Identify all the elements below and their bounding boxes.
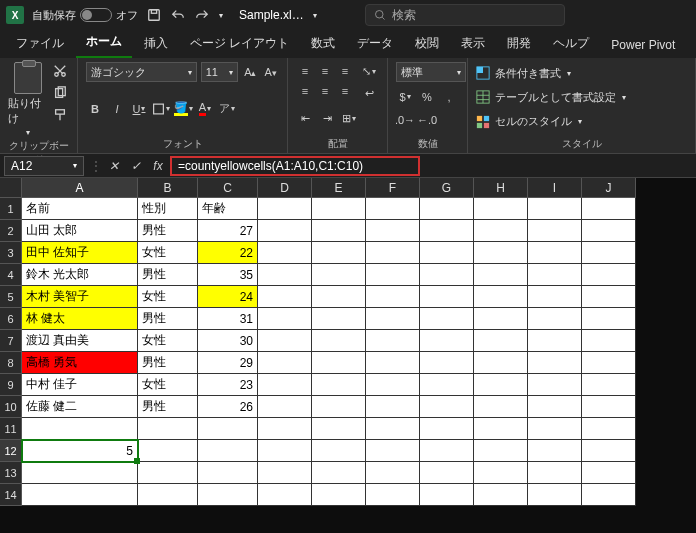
copy-icon[interactable] xyxy=(51,84,69,102)
cell-H6[interactable] xyxy=(474,308,528,330)
align-right-icon[interactable]: ≡ xyxy=(336,82,354,100)
cell-I1[interactable] xyxy=(528,198,582,220)
cell-E5[interactable] xyxy=(312,286,366,308)
cell-H3[interactable] xyxy=(474,242,528,264)
filename-dropdown-icon[interactable]: ▾ xyxy=(313,11,317,20)
cell-E10[interactable] xyxy=(312,396,366,418)
cell-I7[interactable] xyxy=(528,330,582,352)
col-header-A[interactable]: A xyxy=(22,178,138,198)
cell-G11[interactable] xyxy=(420,418,474,440)
cell-I5[interactable] xyxy=(528,286,582,308)
cell-C9[interactable]: 23 xyxy=(198,374,258,396)
tab-home[interactable]: ホーム xyxy=(76,28,132,58)
cell-F3[interactable] xyxy=(366,242,420,264)
cell-I9[interactable] xyxy=(528,374,582,396)
cell-F14[interactable] xyxy=(366,484,420,506)
cell-I8[interactable] xyxy=(528,352,582,374)
cell-D14[interactable] xyxy=(258,484,312,506)
cell-J12[interactable] xyxy=(582,440,636,462)
cell-J9[interactable] xyxy=(582,374,636,396)
cell-A11[interactable] xyxy=(22,418,138,440)
cell-C7[interactable]: 30 xyxy=(198,330,258,352)
cell-H4[interactable] xyxy=(474,264,528,286)
cell-D4[interactable] xyxy=(258,264,312,286)
paste-button[interactable]: 貼り付け ▾ xyxy=(8,62,47,137)
autosave-toggle[interactable]: 自動保存 オフ xyxy=(32,8,138,23)
cell-C2[interactable]: 27 xyxy=(198,220,258,242)
name-box[interactable]: A12▾ xyxy=(4,156,84,176)
cell-I10[interactable] xyxy=(528,396,582,418)
format-painter-icon[interactable] xyxy=(51,106,69,124)
increase-decimal-icon[interactable]: .0→ xyxy=(396,111,414,129)
cell-G6[interactable] xyxy=(420,308,474,330)
cell-A10[interactable]: 佐藤 健二 xyxy=(22,396,138,418)
cell-G5[interactable] xyxy=(420,286,474,308)
cell-C6[interactable]: 31 xyxy=(198,308,258,330)
cell-C1[interactable]: 年齢 xyxy=(198,198,258,220)
cell-H10[interactable] xyxy=(474,396,528,418)
cell-I2[interactable] xyxy=(528,220,582,242)
cell-J8[interactable] xyxy=(582,352,636,374)
font-name-combo[interactable]: 游ゴシック▾ xyxy=(86,62,197,82)
cell-F6[interactable] xyxy=(366,308,420,330)
row-header-3[interactable]: 3 xyxy=(0,242,22,264)
tab-file[interactable]: ファイル xyxy=(6,30,74,58)
align-top-icon[interactable]: ≡ xyxy=(296,62,314,80)
comma-icon[interactable]: , xyxy=(440,88,458,106)
tab-view[interactable]: 表示 xyxy=(451,30,495,58)
cell-G4[interactable] xyxy=(420,264,474,286)
underline-button[interactable]: U▾ xyxy=(130,100,148,118)
cell-C3[interactable]: 22 xyxy=(198,242,258,264)
col-header-J[interactable]: J xyxy=(582,178,636,198)
tab-powerpivot[interactable]: Power Pivot xyxy=(601,33,685,58)
col-header-C[interactable]: C xyxy=(198,178,258,198)
cell-C5[interactable]: 24 xyxy=(198,286,258,308)
cell-J13[interactable] xyxy=(582,462,636,484)
align-center-icon[interactable]: ≡ xyxy=(316,82,334,100)
cell-B1[interactable]: 性別 xyxy=(138,198,198,220)
cell-H2[interactable] xyxy=(474,220,528,242)
cell-J6[interactable] xyxy=(582,308,636,330)
cell-G1[interactable] xyxy=(420,198,474,220)
tab-review[interactable]: 校閲 xyxy=(405,30,449,58)
fill-color-button[interactable]: 🪣▾ xyxy=(174,100,192,118)
cell-A7[interactable]: 渡辺 真由美 xyxy=(22,330,138,352)
cell-C14[interactable] xyxy=(198,484,258,506)
bold-button[interactable]: B xyxy=(86,100,104,118)
cell-I11[interactable] xyxy=(528,418,582,440)
cell-H13[interactable] xyxy=(474,462,528,484)
cell-E2[interactable] xyxy=(312,220,366,242)
cell-B12[interactable] xyxy=(138,440,198,462)
cell-H5[interactable] xyxy=(474,286,528,308)
cell-A5[interactable]: 木村 美智子 xyxy=(22,286,138,308)
font-size-combo[interactable]: 11▾ xyxy=(201,62,238,82)
cell-A9[interactable]: 中村 佳子 xyxy=(22,374,138,396)
cell-B9[interactable]: 女性 xyxy=(138,374,198,396)
decrease-decimal-icon[interactable]: ←.0 xyxy=(418,111,436,129)
cell-B10[interactable]: 男性 xyxy=(138,396,198,418)
align-middle-icon[interactable]: ≡ xyxy=(316,62,334,80)
cell-D8[interactable] xyxy=(258,352,312,374)
search-input[interactable]: 検索 xyxy=(365,4,565,26)
cell-A13[interactable] xyxy=(22,462,138,484)
decrease-font-icon[interactable]: A▾ xyxy=(263,63,279,81)
row-header-10[interactable]: 10 xyxy=(0,396,22,418)
cell-E11[interactable] xyxy=(312,418,366,440)
cell-B11[interactable] xyxy=(138,418,198,440)
cell-B3[interactable]: 女性 xyxy=(138,242,198,264)
col-header-E[interactable]: E xyxy=(312,178,366,198)
cell-D7[interactable] xyxy=(258,330,312,352)
worksheet[interactable]: ABCDEFGHIJ 1234567891011121314 名前性別年齢山田 … xyxy=(0,178,696,533)
merge-center-icon[interactable]: ⊞▾ xyxy=(340,110,358,128)
tab-help[interactable]: ヘルプ xyxy=(543,30,599,58)
cell-F7[interactable] xyxy=(366,330,420,352)
cell-B14[interactable] xyxy=(138,484,198,506)
col-header-I[interactable]: I xyxy=(528,178,582,198)
cell-H11[interactable] xyxy=(474,418,528,440)
cell-G14[interactable] xyxy=(420,484,474,506)
tab-data[interactable]: データ xyxy=(347,30,403,58)
cell-A14[interactable] xyxy=(22,484,138,506)
fx-icon[interactable]: fx xyxy=(148,156,168,176)
cell-J14[interactable] xyxy=(582,484,636,506)
cell-I6[interactable] xyxy=(528,308,582,330)
